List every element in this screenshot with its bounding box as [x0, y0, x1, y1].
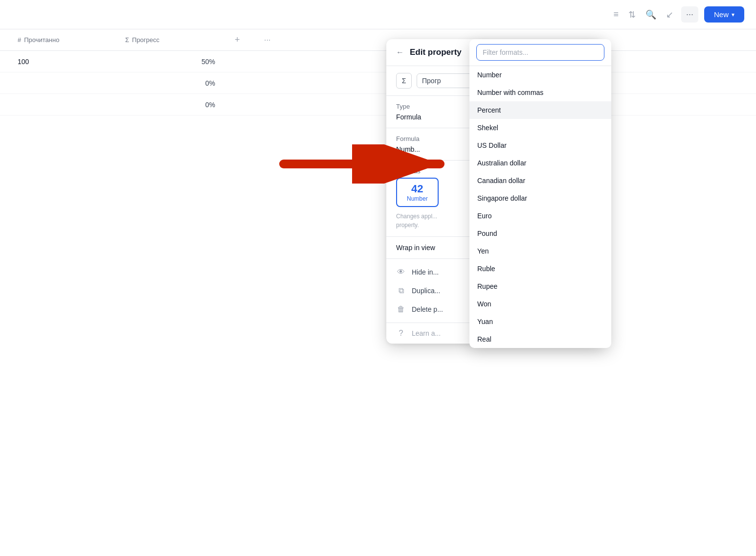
eye-off-icon: 👁	[396, 268, 406, 277]
add-column-button[interactable]: +	[235, 35, 264, 45]
format-filter-input[interactable]	[476, 44, 604, 61]
sigma-icon-panel: Σ	[396, 73, 412, 89]
number-box[interactable]: 42 Number	[396, 178, 439, 207]
panel-back-button[interactable]: ←	[396, 48, 404, 57]
table-row: 100 50%	[0, 51, 756, 72]
format-item-shekel[interactable]: Shekel	[469, 119, 611, 137]
format-item-euro[interactable]: Euro	[469, 207, 611, 225]
sort-icon[interactable]: ⇅	[626, 7, 638, 22]
number-box-label: Number	[407, 195, 428, 202]
delete-label: Delete p...	[412, 305, 443, 313]
table-body: 100 50% 0% 0%	[0, 51, 756, 116]
table-header: # Прочитанно Σ Прогресс + ···	[0, 29, 756, 51]
filter-icon[interactable]: ≡	[611, 7, 621, 22]
cell-progress-3: 0%	[117, 101, 235, 109]
format-item-percent[interactable]: Percent	[469, 101, 611, 119]
format-item-singapore-dollar[interactable]: Singapore dollar	[469, 189, 611, 207]
format-item-pound[interactable]: Pound	[469, 225, 611, 242]
copy-icon: ⧉	[396, 286, 406, 295]
format-item-ruble[interactable]: Ruble	[469, 260, 611, 278]
format-item-rupee[interactable]: Rupee	[469, 278, 611, 295]
hash-icon: #	[18, 36, 21, 44]
toolbar: ≡ ⇅ 🔍 ↙ ··· New ▾	[0, 0, 756, 29]
format-item-yen[interactable]: Yen	[469, 242, 611, 260]
new-label: New	[714, 10, 729, 19]
help-icon: ?	[396, 329, 406, 338]
format-item-us-dollar[interactable]: US Dollar	[469, 137, 611, 154]
learn-label: Learn a...	[412, 329, 441, 337]
col-header-prochitano: # Прочитанно	[10, 36, 117, 44]
cell-progress-1: 50%	[117, 58, 235, 66]
format-list: NumberNumber with commasPercentShekelUS …	[469, 66, 611, 348]
table-row: 0%	[0, 72, 756, 94]
new-button[interactable]: New ▾	[704, 6, 744, 23]
table-row: 0%	[0, 94, 756, 116]
columns-more-button[interactable]: ···	[264, 36, 284, 45]
sigma-icon-col: Σ	[125, 36, 129, 44]
wrap-label: Wrap in view	[396, 244, 435, 252]
number-box-value: 42	[411, 183, 423, 195]
format-item-number-with-commas[interactable]: Number with commas	[469, 84, 611, 101]
table-area: # Прочитанно Σ Прогресс + ··· 100 50% 0%…	[0, 29, 756, 556]
more-button[interactable]: ···	[681, 6, 698, 23]
format-item-won[interactable]: Won	[469, 295, 611, 313]
format-item-number[interactable]: Number	[469, 66, 611, 84]
format-dropdown: NumberNumber with commasPercentShekelUS …	[469, 39, 611, 348]
format-item-australian-dollar[interactable]: Australian dollar	[469, 154, 611, 172]
format-item-yuan[interactable]: Yuan	[469, 313, 611, 330]
trash-icon: 🗑	[396, 305, 406, 314]
duplicate-label: Duplica...	[412, 287, 440, 295]
new-chevron: ▾	[732, 11, 734, 18]
link-icon[interactable]: ↙	[664, 7, 675, 22]
format-item-canadian-dollar[interactable]: Canadian dollar	[469, 172, 611, 189]
col-header-progress: Σ Прогресс	[117, 36, 235, 44]
format-search	[469, 39, 611, 66]
format-item-real[interactable]: Real	[469, 330, 611, 348]
hide-label: Hide in...	[412, 268, 439, 276]
search-icon[interactable]: 🔍	[644, 7, 658, 22]
cell-progress-2: 0%	[117, 79, 235, 87]
cell-prochitano-1: 100	[10, 58, 117, 66]
